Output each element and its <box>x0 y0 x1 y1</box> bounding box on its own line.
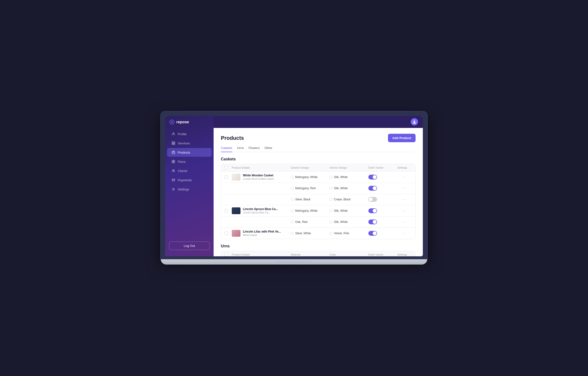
active-toggle[interactable] <box>368 175 377 180</box>
svg-rect-9 <box>172 179 175 181</box>
app-container: repose Profile <box>165 116 423 256</box>
toggle-cell <box>368 208 397 213</box>
tab-bar: Caskets Urns Flowers Other <box>221 146 416 152</box>
design-dot <box>291 187 294 190</box>
table-row: Lincoln Spruce Blue Ca... Lincoln Spruce… <box>221 205 415 216</box>
row-checkbox[interactable] <box>224 232 228 235</box>
laptop-wrapper: repose Profile <box>161 111 427 265</box>
sidebar-item-products[interactable]: Products <box>167 148 212 157</box>
interior-design: Silk, White <box>330 175 368 179</box>
exterior-design: Mahogany, Red <box>291 187 330 190</box>
table-row: Mahogany, Red Silk, White <box>221 183 415 194</box>
laptop-base <box>161 259 427 265</box>
table-row-group-white-wooden: White Wooden Casket Locally Hand-Crafted… <box>221 172 415 205</box>
row-checkbox[interactable] <box>224 209 228 213</box>
table-row-group-lincoln-spruce: Lincoln Spruce Blue Ca... Lincoln Spruce… <box>221 205 415 228</box>
product-name: White Wooden Casket <box>243 174 274 178</box>
design-dot <box>330 187 333 190</box>
design-dot <box>330 176 333 179</box>
exterior-design: Oak, Red <box>291 220 330 224</box>
sidebar-settings-label: Settings <box>178 188 189 191</box>
active-toggle[interactable] <box>368 219 377 224</box>
urns-table: Product Details Material Color Draft / A… <box>221 251 416 257</box>
sidebar-products-label: Products <box>178 151 190 154</box>
row-menu-button[interactable]: ··· <box>397 186 412 190</box>
tab-flowers[interactable]: Flowers <box>249 146 260 152</box>
svg-rect-2 <box>174 142 175 143</box>
toggle-cell <box>368 231 397 236</box>
tab-other[interactable]: Other <box>264 146 273 152</box>
design-dot <box>330 232 333 235</box>
active-toggle[interactable] <box>368 186 377 191</box>
right-panel: Products Add Product Caskets Urns Flower… <box>214 116 423 256</box>
col-draft-active-urns: Draft / Active <box>368 253 397 256</box>
exterior-design: Mahogany, White <box>291 209 330 213</box>
gear-icon <box>171 187 175 191</box>
tab-caskets[interactable]: Caskets <box>221 146 232 152</box>
row-menu-button[interactable]: ··· <box>397 231 412 236</box>
user-avatar[interactable] <box>411 118 418 126</box>
caskets-table: Product Details Exterior Design Interior… <box>221 164 416 239</box>
logout-button[interactable]: Log Out <box>169 242 210 250</box>
logo-icon <box>169 120 174 125</box>
grid-icon <box>171 141 175 145</box>
product-text: White Wooden Casket Locally Hand-Crafted… <box>243 174 274 180</box>
row-checkbox[interactable] <box>224 175 228 179</box>
laptop-trackpad <box>277 261 311 264</box>
svg-rect-5 <box>172 152 175 154</box>
sidebar-item-clients[interactable]: Clients <box>167 166 212 175</box>
sidebar-clients-label: Clients <box>178 169 188 173</box>
caskets-table-header: Product Details Exterior Design Interior… <box>221 164 415 172</box>
active-toggle[interactable] <box>368 208 377 213</box>
table-row: Oak, Red Silk, White <box>221 216 415 227</box>
laptop-bezel: repose Profile <box>161 111 427 259</box>
sidebar-item-plans[interactable]: Plans <box>167 157 212 166</box>
sidebar-item-services[interactable]: Services <box>167 139 212 148</box>
urns-section-title: Urns <box>221 244 416 248</box>
caskets-section: Caskets Product Details Exterior Design … <box>221 157 416 239</box>
product-name: Lincoln Lilac with Pink Ve... <box>243 230 281 234</box>
toggle-cell <box>368 175 397 180</box>
design-dot <box>291 232 294 235</box>
select-all-checkbox-urns[interactable] <box>224 253 228 256</box>
row-menu-button[interactable]: ··· <box>397 175 412 179</box>
list-icon <box>171 160 175 163</box>
col-settings-urns: Settings <box>397 253 412 256</box>
active-toggle[interactable] <box>368 197 377 202</box>
design-dot <box>330 220 333 223</box>
sidebar-payments-label: Payments <box>178 178 192 182</box>
interior-design: Velvet, Pink <box>330 232 368 235</box>
col-product-details-urns: Product Details <box>232 253 291 256</box>
page-title: Products <box>221 135 244 141</box>
svg-point-7 <box>173 170 174 171</box>
table-row: Steel, Black Crepe, Black <box>221 194 415 205</box>
add-product-button[interactable]: Add Product <box>388 134 416 142</box>
laptop-screen: repose Profile <box>165 116 423 256</box>
sidebar-item-payments[interactable]: Payments <box>167 176 212 184</box>
interior-design: Silk, White <box>330 220 368 224</box>
toggle-cell <box>368 197 397 202</box>
sidebar-plans-label: Plans <box>178 160 186 163</box>
row-menu-button[interactable]: ··· <box>397 220 412 224</box>
design-dot <box>291 198 294 201</box>
row-menu-button[interactable]: ··· <box>397 197 412 202</box>
row-menu-button[interactable]: ··· <box>397 209 412 213</box>
col-exterior: Exterior Design <box>291 166 330 169</box>
sidebar-logo: repose <box>165 120 214 129</box>
toggle-cell <box>368 186 397 191</box>
product-image <box>232 230 241 237</box>
sidebar-item-profile[interactable]: Profile <box>167 130 212 138</box>
product-image <box>232 174 241 181</box>
sidebar-item-settings[interactable]: Settings <box>167 185 212 193</box>
col-settings: Settings <box>397 166 412 169</box>
toggle-cell <box>368 219 397 224</box>
select-all-checkbox-caskets[interactable] <box>224 166 228 169</box>
active-toggle[interactable] <box>368 231 377 236</box>
table-row-group-lincoln-lilac: Lincoln Lilac with Pink Ve... Metal Cask… <box>221 228 415 239</box>
product-text: Lincoln Lilac with Pink Ve... Metal Cask… <box>243 230 281 236</box>
tab-urns[interactable]: Urns <box>237 146 244 152</box>
interior-design: Silk, White <box>330 187 368 190</box>
svg-point-10 <box>173 189 174 190</box>
design-dot <box>291 176 294 179</box>
product-name: Lincoln Spruce Blue Ca... <box>243 207 278 211</box>
